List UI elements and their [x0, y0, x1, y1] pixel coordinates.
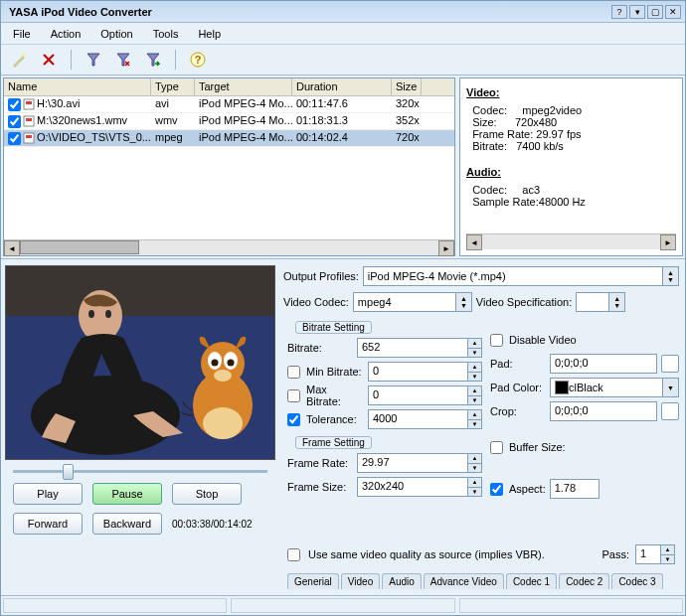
pad-input[interactable]: 0;0;0;0	[550, 354, 657, 374]
menu-help[interactable]: Help	[194, 26, 225, 42]
pass-input[interactable]: 1▲▼	[635, 544, 675, 564]
tab-codec-3[interactable]: Codec 3	[611, 573, 662, 589]
bitrate-label: Bitrate:	[287, 342, 353, 354]
framerate-label: Frame Rate:	[287, 457, 353, 469]
stop-button[interactable]: Stop	[172, 483, 242, 505]
aspect-check[interactable]	[490, 483, 503, 496]
row-check[interactable]	[8, 115, 21, 128]
info-acodec: Codec: ac3	[466, 184, 676, 196]
row-check[interactable]	[8, 132, 21, 145]
help-button[interactable]: ?	[611, 5, 627, 19]
info-hscrollbar[interactable]: ◄►	[466, 233, 676, 249]
col-duration[interactable]: Duration	[292, 78, 392, 95]
maximize-button[interactable]: ▢	[647, 5, 663, 19]
pad-dialog-button[interactable]	[661, 355, 679, 373]
media-info-panel: Video: Codec: mpeg2video Size: 720x480 F…	[459, 77, 683, 256]
video-spec-label: Video Specification:	[476, 296, 572, 308]
tab-generial[interactable]: Generial	[287, 573, 339, 589]
titlebar: YASA iPod Video Converter ? ▾ ▢ ✕	[1, 1, 685, 23]
svg-rect-6	[26, 118, 32, 121]
settings-panel: Output Profiles: iPod MPEG-4 Movie (*.mp…	[279, 261, 683, 593]
info-size: Size: 720x480	[466, 116, 676, 128]
tolerance-input[interactable]: 4000▲▼	[368, 409, 482, 429]
col-name[interactable]: Name	[4, 78, 151, 95]
close-button[interactable]: ✕	[665, 5, 681, 19]
col-type[interactable]: Type	[151, 78, 195, 95]
table-row[interactable]: H:\30.aviaviiPod MPEG-4 Mo...00:11:47.63…	[4, 96, 454, 113]
help-icon[interactable]: ?	[188, 50, 208, 70]
delete-icon[interactable]	[39, 50, 59, 70]
seek-slider[interactable]	[13, 470, 267, 473]
frame-group-title: Frame Setting	[295, 436, 372, 449]
play-button[interactable]: Play	[13, 483, 83, 505]
aspect-input[interactable]: 1.78	[550, 479, 600, 499]
row-check[interactable]	[8, 98, 21, 111]
video-spec-combo[interactable]: ▲▼	[576, 292, 625, 312]
info-codec: Codec: mpeg2video	[466, 104, 676, 116]
toolbar: ?	[1, 45, 685, 75]
max-bitrate-check[interactable]	[287, 389, 300, 402]
svg-point-21	[212, 360, 219, 367]
video-preview	[5, 265, 275, 460]
file-icon	[23, 98, 35, 110]
framesize-label: Frame Size:	[287, 481, 353, 493]
table-row[interactable]: M:\320news1.wmvwmviPod MPEG-4 Mo...01:18…	[4, 113, 454, 130]
tab-codec-1[interactable]: Codec 1	[506, 573, 557, 589]
bitrate-group-title: Bitrate Setting	[295, 321, 372, 334]
tab-audio[interactable]: Audio	[382, 573, 422, 589]
file-list-panel: Name Type Target Duration Size H:\30.avi…	[3, 77, 455, 256]
audio-info-title: Audio:	[466, 166, 676, 178]
framesize-input[interactable]: 320x240▲▼	[357, 477, 482, 497]
video-codec-combo[interactable]: mpeg4▲▼	[353, 292, 472, 312]
table-row[interactable]: O:\VIDEO_TS\VTS_0...mpegiPod MPEG-4 Mo..…	[4, 130, 454, 147]
min-bitrate-check[interactable]	[287, 366, 300, 379]
framerate-input[interactable]: 29.97▲▼	[357, 453, 482, 473]
menu-tools[interactable]: Tools	[149, 26, 183, 42]
funnel-remove-icon[interactable]	[113, 50, 133, 70]
col-size[interactable]: Size	[392, 78, 422, 95]
minimize-button[interactable]: ▾	[629, 5, 645, 19]
padcolor-combo[interactable]: clBlack▼	[550, 378, 679, 397]
wand-icon[interactable]	[9, 50, 29, 70]
menu-file[interactable]: File	[9, 26, 35, 42]
tab-codec-2[interactable]: Codec 2	[559, 573, 609, 589]
svg-text:?: ?	[195, 54, 202, 66]
statusbar	[1, 595, 685, 615]
crop-dialog-button[interactable]	[661, 402, 679, 420]
backward-button[interactable]: Backward	[92, 513, 162, 535]
buffer-size-label: Buffer Size:	[509, 441, 566, 453]
use-same-quality-label: Use same video quality as source (implie…	[308, 548, 545, 560]
crop-label: Crop:	[490, 405, 546, 417]
hscrollbar[interactable]: ◄►	[4, 239, 454, 255]
preview-panel: Play Pause Stop Forward Backward 00:03:3…	[3, 261, 277, 593]
video-codec-label: Video Codec:	[283, 296, 349, 308]
min-bitrate-label: Min Bitrate:	[306, 366, 364, 378]
disable-video-check[interactable]	[490, 334, 503, 347]
pause-button[interactable]: Pause	[92, 483, 162, 505]
aspect-label: Aspect:	[509, 483, 546, 495]
output-profiles-combo[interactable]: iPod MPEG-4 Movie (*.mp4)▲▼	[363, 266, 679, 286]
forward-button[interactable]: Forward	[13, 513, 83, 535]
file-icon	[23, 115, 35, 127]
crop-input[interactable]: 0;0;0;0	[550, 401, 657, 421]
buffer-size-check[interactable]	[490, 441, 503, 454]
menu-option[interactable]: Option	[96, 26, 136, 42]
funnel-go-icon[interactable]	[143, 50, 163, 70]
svg-point-15	[105, 310, 111, 318]
svg-point-23	[214, 370, 232, 382]
tolerance-check[interactable]	[287, 413, 300, 426]
min-bitrate-input[interactable]: 0▲▼	[368, 362, 482, 382]
svg-rect-8	[26, 135, 32, 138]
use-same-quality-check[interactable]	[287, 548, 300, 561]
tab-video[interactable]: Video	[341, 573, 380, 589]
app-title: YASA iPod Video Converter	[5, 6, 611, 18]
funnel-icon[interactable]	[84, 50, 103, 70]
max-bitrate-input[interactable]: 0▲▼	[368, 385, 482, 405]
svg-rect-10	[6, 266, 275, 316]
bitrate-input[interactable]: 652▲▼	[357, 338, 482, 358]
tab-advance-video[interactable]: Advance Video	[424, 573, 504, 589]
svg-point-0	[23, 54, 25, 56]
info-bitrate: Bitrate: 7400 kb/s	[466, 140, 676, 152]
menu-action[interactable]: Action	[47, 26, 86, 42]
col-target[interactable]: Target	[195, 78, 292, 95]
